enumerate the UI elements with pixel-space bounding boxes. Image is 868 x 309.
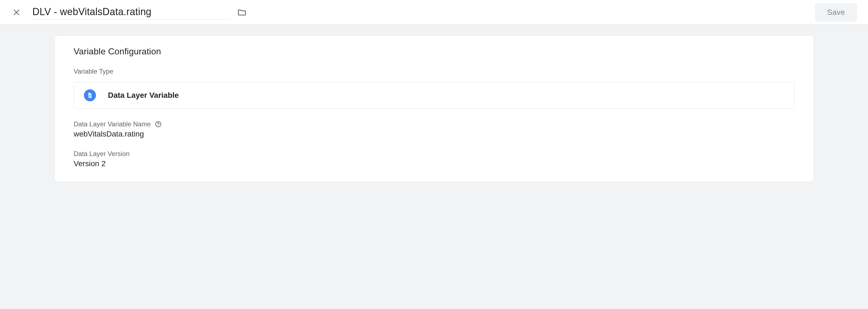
variable-configuration-card: Variable Configuration Variable Type Dat… <box>54 35 814 182</box>
variable-name-field: Data Layer Variable Name webVitalsData.r… <box>74 120 795 138</box>
folder-button[interactable] <box>235 6 248 19</box>
svg-rect-1 <box>89 96 91 96</box>
folder-icon <box>237 8 247 17</box>
card-title: Variable Configuration <box>74 47 795 57</box>
close-button[interactable] <box>9 5 24 20</box>
variable-name-value: webVitalsData.rating <box>74 130 795 138</box>
svg-point-4 <box>158 125 158 126</box>
save-button[interactable]: Save <box>815 3 857 22</box>
variable-name-label: Data Layer Variable Name <box>74 120 151 128</box>
help-icon[interactable] <box>155 120 162 128</box>
content-area: Variable Configuration Variable Type Dat… <box>0 25 868 309</box>
variable-type-label: Variable Type <box>74 67 795 75</box>
close-icon <box>12 8 21 17</box>
header-bar: Save <box>0 0 868 25</box>
data-layer-version-value: Version 2 <box>74 159 795 168</box>
variable-type-value: Data Layer Variable <box>108 91 179 100</box>
variable-name-input[interactable] <box>32 5 229 20</box>
data-layer-version-label: Data Layer Version <box>74 150 795 158</box>
data-layer-variable-icon <box>84 89 96 101</box>
data-layer-version-field: Data Layer Version Version 2 <box>74 150 795 168</box>
svg-rect-0 <box>89 95 91 95</box>
variable-type-selector[interactable]: Data Layer Variable <box>74 82 795 109</box>
